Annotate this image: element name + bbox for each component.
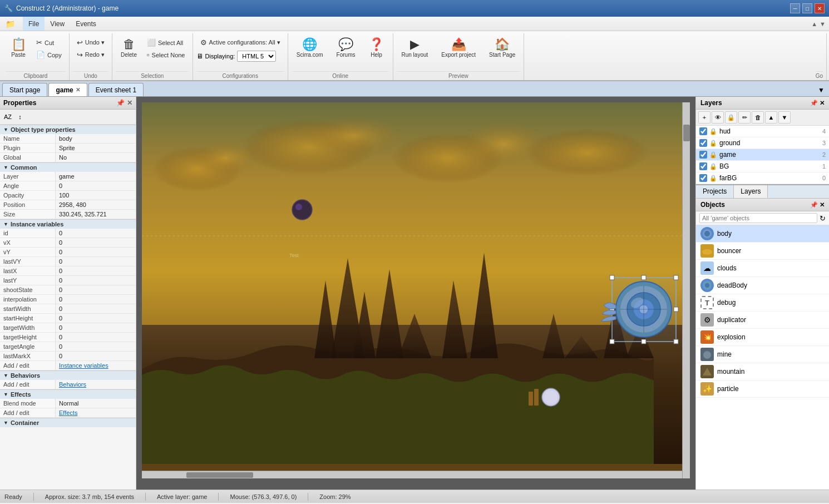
active-config-button[interactable]: ⚙ Active configurations: All ▾	[196, 37, 284, 48]
canvas-vscroll-thumb[interactable]	[683, 125, 690, 141]
layer-row-game[interactable]: 🔒 game 2	[696, 149, 829, 161]
redo-button[interactable]: ↪ Redo ▾	[73, 49, 108, 61]
prop-global: Global No	[0, 153, 136, 162]
object-item-particle[interactable]: ✨ particle	[696, 381, 829, 398]
close-button[interactable]: ✕	[815, 3, 825, 13]
tab-game-close[interactable]: ✕	[76, 87, 80, 93]
objects-pin[interactable]: 📌	[810, 201, 818, 209]
game-canvas[interactable]: Test	[142, 102, 690, 478]
canvas-area[interactable]: Test	[136, 97, 695, 490]
section-container[interactable]: ▼ Container	[0, 418, 136, 427]
html-select[interactable]: HTML 5	[237, 51, 276, 62]
menu-file[interactable]: 📁	[0, 17, 23, 31]
layer-ground-num: 3	[822, 140, 826, 146]
objects-refresh-icon[interactable]: ↻	[820, 214, 826, 223]
props-sort-az[interactable]: AZ	[2, 111, 13, 122]
tab-projects[interactable]: Projects	[696, 185, 734, 198]
layer-bg-vis[interactable]	[699, 162, 707, 170]
minimize-button[interactable]: ─	[790, 3, 800, 13]
prop-startwidth: startWidth 0	[0, 304, 136, 314]
status-approx-size: Approx. size: 3.7 mb, 154 events	[45, 493, 134, 500]
copy-button[interactable]: 📄 Copy	[32, 49, 66, 61]
tab-start-page[interactable]: Start page	[2, 83, 47, 96]
behaviors-link[interactable]: Behaviors	[56, 380, 136, 389]
objects-filter-input[interactable]	[699, 213, 817, 223]
properties-close[interactable]: ✕	[127, 99, 132, 107]
online-label: Online	[292, 71, 389, 80]
pin-icon[interactable]: 📌	[116, 99, 125, 107]
select-none-button[interactable]: ▫ Select None	[143, 49, 189, 61]
ribbon-group-go: Go	[812, 33, 827, 80]
menu-view[interactable]: View	[45, 17, 70, 31]
layers-close[interactable]: ✕	[820, 100, 825, 107]
objects-close[interactable]: ✕	[820, 201, 825, 209]
selection-label: Selection	[116, 71, 189, 80]
ribbon-group-preview: ▶ Run layout 📤 Export project 🏠 Start Pa…	[393, 33, 525, 80]
layer-row-bg[interactable]: 🔒 BG 1	[696, 161, 829, 172]
layer-row-farbg[interactable]: 🔒 farBG 0	[696, 172, 829, 184]
object-item-debug[interactable]: T debug	[696, 294, 829, 312]
delete-button[interactable]: 🗑 Delete	[116, 36, 142, 61]
section-effects[interactable]: ▼ Effects	[0, 389, 136, 399]
layer-ground-vis[interactable]	[699, 139, 707, 147]
objects-filter-area: ↻	[696, 211, 829, 225]
tab-event-sheet[interactable]: Event sheet 1	[88, 83, 144, 96]
select-all-button[interactable]: ⬜ Select All	[143, 37, 189, 48]
layer-row-ground[interactable]: 🔒 ground 3	[696, 137, 829, 149]
prop-size: Size 330.245, 325.721	[0, 210, 136, 219]
objects-bottom-panel: Projects Layers Objects 📌 ✕ ↻	[696, 185, 829, 490]
tab-layers-objects[interactable]: Layers	[734, 185, 768, 198]
layer-farbg-vis[interactable]	[699, 174, 707, 182]
export-project-button[interactable]: 📤 Export project	[436, 36, 481, 61]
layer-edit-btn[interactable]: ✏	[738, 111, 751, 123]
window-controls[interactable]: ─ □ ✕	[790, 3, 825, 13]
object-item-explosion[interactable]: 💥 explosion	[696, 329, 829, 346]
toggle-lock-btn[interactable]: 🔒	[725, 111, 737, 123]
layer-down-btn[interactable]: ▼	[778, 111, 791, 123]
object-item-clouds[interactable]: ☁ clouds	[696, 260, 829, 277]
layer-up-btn[interactable]: ▲	[765, 111, 777, 123]
layer-row-hud[interactable]: 🔒 hud 4	[696, 126, 829, 137]
status-sep-1	[33, 493, 34, 501]
canvas-scrollbar-v[interactable]	[682, 102, 690, 478]
object-item-body[interactable]: body	[696, 225, 829, 243]
menu-events[interactable]: Events	[70, 17, 102, 31]
undo-button[interactable]: ↩ Undo ▾	[73, 37, 108, 48]
prop-lastmarkx: lastMarkX 0	[0, 352, 136, 361]
cut-button[interactable]: ✂ Cut	[32, 37, 66, 48]
tab-game[interactable]: game ✕	[48, 83, 87, 96]
maximize-button[interactable]: □	[802, 3, 812, 13]
scirra-button[interactable]: 🌐 Scirra.com	[292, 36, 328, 61]
paste-icon: 📋	[11, 38, 26, 51]
section-common[interactable]: ▼ Common	[0, 162, 136, 172]
main-layout: Properties 📌 ✕ AZ ↕ ▼ Object type proper…	[0, 97, 829, 490]
section-object-type[interactable]: ▼ Object type properties	[0, 125, 136, 134]
props-sort-icon[interactable]: ↕	[14, 111, 26, 122]
layers-pin[interactable]: 📌	[810, 100, 818, 107]
start-page-button[interactable]: 🏠 Start Page	[484, 36, 520, 61]
canvas-scrollbar-h[interactable]	[142, 471, 682, 478]
object-item-deadbody[interactable]: deadBody	[696, 277, 829, 294]
instance-vars-link[interactable]: Instance variables	[56, 361, 136, 370]
help-button[interactable]: ❓ Help	[364, 36, 389, 61]
canvas-hscroll-thumb[interactable]	[186, 472, 253, 478]
toggle-visibility-btn[interactable]: 👁	[712, 111, 724, 123]
object-item-mine[interactable]: mine	[696, 346, 829, 363]
section-behaviors[interactable]: ▼ Behaviors	[0, 370, 136, 380]
tab-dropdown-arrow[interactable]: ▼	[816, 84, 827, 96]
section-instance-vars[interactable]: ▼ Instance variables	[0, 219, 136, 229]
layer-game-vis[interactable]	[699, 151, 707, 159]
effects-link[interactable]: Effects	[56, 408, 136, 417]
layer-hud-vis[interactable]	[699, 127, 707, 135]
object-item-duplicator[interactable]: ⚙ duplicator	[696, 312, 829, 329]
forums-button[interactable]: 💬 Forums	[332, 36, 361, 61]
delete-layer-btn[interactable]: 🗑	[752, 111, 764, 123]
object-item-mountain[interactable]: mountain	[696, 363, 829, 381]
undo-icon: ↩	[77, 38, 83, 47]
object-item-bouncer[interactable]: bouncer	[696, 243, 829, 260]
add-layer-btn[interactable]: +	[698, 111, 710, 123]
svg-point-44	[292, 200, 312, 220]
run-layout-button[interactable]: ▶ Run layout	[397, 36, 433, 61]
menu-home[interactable]: File	[23, 17, 45, 31]
paste-button[interactable]: 📋 Paste	[6, 36, 31, 61]
